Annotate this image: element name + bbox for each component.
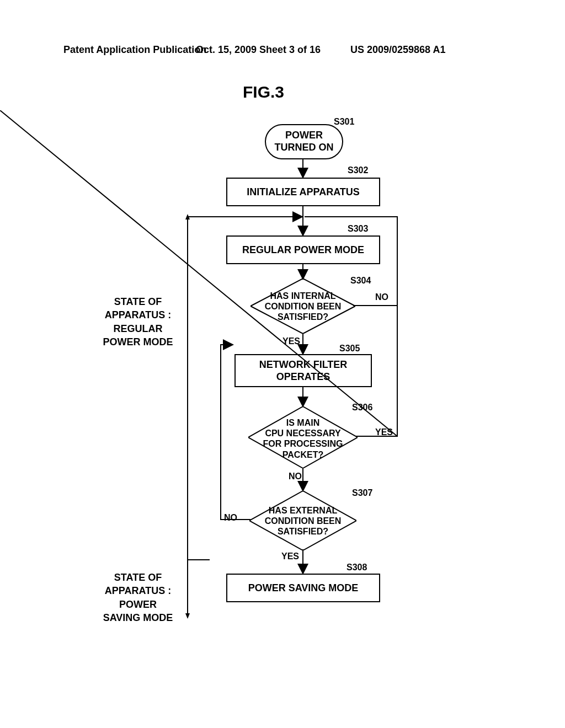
figure-title: FIG.3 [243, 83, 284, 101]
node-network-filter-operates: NETWORK FILTER OPERATES [234, 354, 372, 387]
node-power-turned-on: POWER TURNED ON [265, 124, 343, 159]
node-power-saving-mode: POWER SAVING MODE [226, 574, 380, 602]
header-right: US 2009/0259868 A1 [350, 44, 445, 56]
step-s304: S304 [350, 276, 371, 286]
step-s305: S305 [339, 344, 360, 354]
node-initialize-apparatus: INITIALIZE APPARATUS [226, 178, 380, 206]
node-label: INITIALIZE APPARATUS [247, 186, 360, 199]
node-label: REGULAR POWER MODE [242, 244, 364, 256]
node-main-cpu-necessary-decision: IS MAIN CPU NECESSARY FOR PROCESSING PAC… [248, 406, 358, 468]
step-s308: S308 [347, 563, 367, 572]
branch-s306-no: NO [289, 472, 302, 481]
branch-s307-yes: YES [281, 552, 299, 561]
branch-s307-no: NO [224, 513, 237, 523]
step-s307: S307 [352, 488, 372, 498]
header-center: Oct. 15, 2009 Sheet 3 of 16 [196, 44, 321, 56]
branch-s304-no: NO [375, 292, 388, 302]
svg-line-7 [0, 110, 397, 436]
state-label-saving: STATE OF APPARATUS : POWER SAVING MODE [91, 571, 185, 624]
step-s303: S303 [348, 224, 368, 234]
state-label-regular: STATE OF APPARATUS : REGULAR POWER MODE [91, 295, 185, 349]
step-s302: S302 [348, 165, 368, 175]
branch-s304-yes: YES [282, 336, 300, 346]
node-label: POWER TURNED ON [275, 130, 334, 153]
node-label: HAS EXTERNAL CONDITION BEEN SATISFIED? [249, 505, 356, 537]
node-label: NETWORK FILTER OPERATES [259, 358, 348, 383]
node-label: IS MAIN CPU NECESSARY FOR PROCESSING PAC… [248, 417, 358, 460]
header-left: Patent Application Publication [63, 44, 206, 56]
step-s306: S306 [352, 403, 372, 413]
node-regular-power-mode: REGULAR POWER MODE [226, 235, 380, 264]
step-s301: S301 [334, 117, 354, 127]
branch-s306-yes: YES [375, 427, 393, 437]
node-internal-condition-decision: HAS INTERNAL CONDITION BEEN SATISFIED? [250, 279, 355, 334]
node-label: POWER SAVING MODE [248, 582, 359, 595]
node-label: HAS INTERNAL CONDITION BEEN SATISFIED? [250, 291, 355, 323]
node-external-condition-decision: HAS EXTERNAL CONDITION BEEN SATISFIED? [249, 491, 356, 550]
